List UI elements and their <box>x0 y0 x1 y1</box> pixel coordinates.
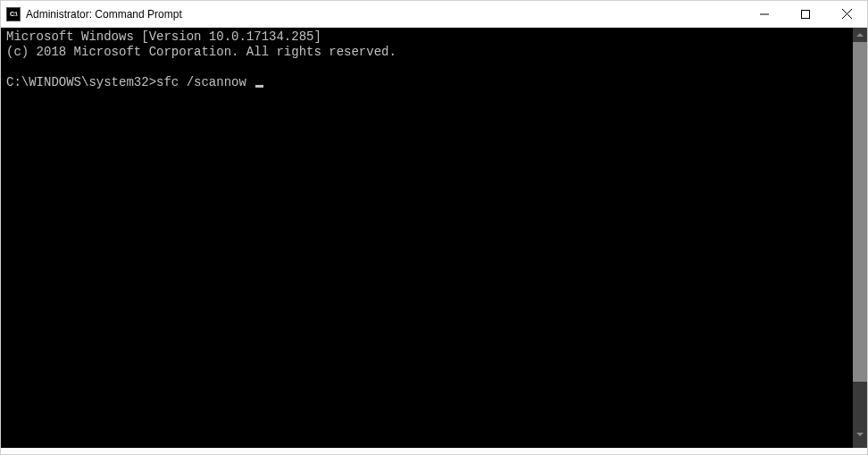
svg-rect-1 <box>802 10 810 18</box>
text-cursor <box>255 85 263 88</box>
window-controls <box>744 1 867 27</box>
prompt-text: C:\WINDOWS\system32> <box>6 75 156 89</box>
bottom-frame <box>1 448 867 454</box>
cmd-icon: C:\ <box>6 7 21 21</box>
version-line: Microsoft Windows [Version 10.0.17134.28… <box>6 29 321 44</box>
minimize-button[interactable] <box>744 1 785 27</box>
maximize-icon <box>801 10 810 19</box>
chevron-up-icon <box>856 33 864 37</box>
titlebar[interactable]: C:\ Administrator: Command Prompt <box>1 1 867 28</box>
minimize-icon <box>760 10 769 19</box>
copyright-line: (c) 2018 Microsoft Corporation. All righ… <box>6 45 396 59</box>
scroll-up-button[interactable] <box>853 28 867 42</box>
chevron-down-icon <box>856 433 864 436</box>
window-title: Administrator: Command Prompt <box>26 8 744 21</box>
close-button[interactable] <box>826 1 867 27</box>
command-prompt-window: C:\ Administrator: Command Prompt M <box>0 0 868 455</box>
scroll-thumb[interactable] <box>853 42 867 382</box>
close-icon <box>842 9 852 19</box>
maximize-button[interactable] <box>785 1 826 27</box>
vertical-scrollbar[interactable] <box>853 28 867 448</box>
terminal-output[interactable]: Microsoft Windows [Version 10.0.17134.28… <box>1 28 853 448</box>
scroll-down-button[interactable] <box>853 427 867 442</box>
command-input[interactable]: sfc /scannow <box>156 75 246 89</box>
terminal-area: Microsoft Windows [Version 10.0.17134.28… <box>1 28 867 448</box>
